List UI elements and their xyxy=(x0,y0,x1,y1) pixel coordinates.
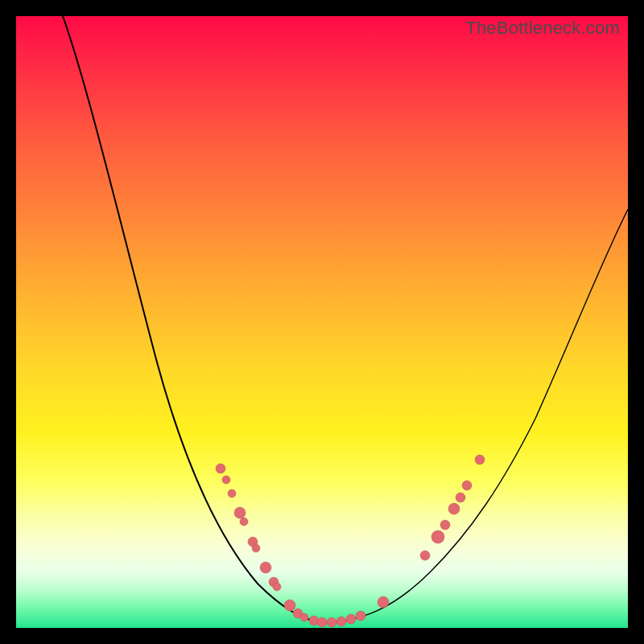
curve-right-curve xyxy=(324,209,628,623)
chart-svg xyxy=(16,16,628,628)
data-point xyxy=(327,617,336,627)
data-point xyxy=(462,481,472,490)
data-point xyxy=(252,544,260,552)
data-point xyxy=(456,493,465,502)
data-point xyxy=(378,597,389,608)
data-point xyxy=(475,455,485,464)
data-point xyxy=(356,611,365,621)
watermark-text: TheBottleneck.com xyxy=(465,18,620,39)
data-point xyxy=(260,562,271,573)
plot-area: TheBottleneck.com xyxy=(16,16,628,628)
data-point xyxy=(240,518,248,526)
data-point xyxy=(234,507,246,518)
data-point xyxy=(336,617,346,626)
data-point xyxy=(420,551,430,560)
data-point xyxy=(300,613,308,621)
scatter-group xyxy=(216,455,485,627)
data-point xyxy=(346,614,356,624)
data-point xyxy=(440,520,450,530)
data-point xyxy=(431,530,444,543)
curve-group xyxy=(63,16,628,623)
data-point xyxy=(228,489,236,497)
data-point xyxy=(222,476,230,484)
chart-frame: TheBottleneck.com xyxy=(0,0,644,644)
data-point xyxy=(284,600,295,611)
curve-left-curve xyxy=(63,16,324,623)
data-point xyxy=(216,464,225,473)
data-point xyxy=(448,503,460,514)
data-point xyxy=(317,617,327,627)
data-point xyxy=(273,583,281,591)
